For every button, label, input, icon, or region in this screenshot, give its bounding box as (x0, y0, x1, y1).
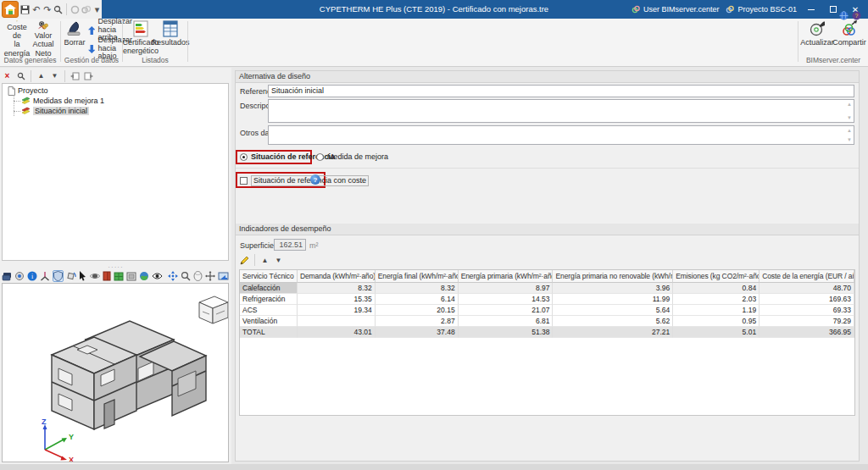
collapse-branch-icon[interactable] (70, 70, 81, 81)
design-alternative-panel: Alternativa de diseño Referencia Situaci… (235, 70, 860, 462)
visibility-icon[interactable] (152, 270, 163, 282)
radio-medida-mejora[interactable]: Medida de mejora (316, 152, 388, 161)
zoom-extents-icon[interactable] (168, 270, 178, 282)
column-header[interactable]: Energía primaria (kWh/m²·año) (459, 270, 554, 283)
save-icon[interactable] (20, 3, 30, 15)
quick-access-toolbar: ↶ ↷ ▾ (0, 0, 102, 19)
windows-icon[interactable] (114, 270, 124, 282)
toolbar-overflow-icon[interactable]: ▾ (92, 3, 102, 15)
tree-toolbar: × ▲ ▼ (2, 69, 94, 82)
section-header-alternativa: Alternativa de diseño (236, 71, 859, 83)
delete-icon (66, 20, 83, 37)
scroll-down-icon[interactable]: ▼ (847, 115, 852, 120)
initial-situation-icon (21, 107, 31, 115)
actualizar-button[interactable]: Actualizar (802, 20, 832, 58)
panel-splitter[interactable]: ····· (0, 263, 231, 269)
textures-icon[interactable] (139, 270, 149, 282)
previous-view-icon[interactable] (218, 270, 229, 282)
tree-item-situacion-inicial[interactable]: Situación inicial (3, 106, 228, 116)
axis-z-label: Z (42, 417, 47, 426)
section-header-indicadores: Indicadores de desempeño (236, 224, 859, 235)
minimize-button[interactable] (804, 3, 819, 16)
referencia-input[interactable]: Situación inicial (268, 85, 854, 97)
checkbox-situacion-coste[interactable]: Situación de referencia con coste (240, 175, 369, 186)
app-logo-icon (3, 3, 17, 15)
coste-energia-button[interactable]: Coste de la energía (3, 20, 31, 58)
doors-icon[interactable] (103, 270, 111, 282)
project-tree: Proyecto Medidas de mejora 1 Situación i… (2, 83, 229, 261)
radio-on-icon (240, 153, 248, 161)
move-down-icon (88, 44, 95, 54)
column-header[interactable]: Emisiones (kg CO2/m²·año) (673, 270, 760, 283)
viewport-toolbar: i (2, 269, 229, 283)
move-item-up-icon[interactable]: ▲ (36, 70, 47, 81)
expand-branch-icon[interactable] (83, 70, 94, 81)
bimserver-project[interactable]: Proyecto BSC-01 (726, 5, 797, 14)
pan-icon[interactable] (205, 270, 215, 282)
table-row[interactable]: Ventilación 2.87 6.81 5.62 0.95 79.29 (240, 316, 854, 327)
tree-search-icon[interactable] (15, 70, 26, 81)
resultados-button[interactable]: Resultados (156, 20, 185, 58)
compartir-button[interactable]: Compartir (834, 20, 865, 58)
descripcion-textarea[interactable]: ▲ ▼ (268, 99, 854, 123)
help-button[interactable]: ? (310, 174, 320, 185)
energy-certificate-icon (132, 20, 149, 37)
axes-icon[interactable] (40, 270, 50, 282)
column-header[interactable]: Demanda (kWh/m²·año) (298, 270, 376, 283)
tree-item-proyecto[interactable]: Proyecto (3, 86, 228, 96)
select-pointer-icon[interactable] (79, 270, 87, 282)
undo-icon[interactable]: ↶ (31, 3, 41, 15)
web-icon[interactable] (839, 11, 849, 20)
rotate-model-icon[interactable] (66, 270, 76, 282)
shadows-icon[interactable] (53, 270, 64, 282)
group-label-gestion-datos: Gestión de datos (61, 56, 122, 64)
column-header[interactable]: Coste de la energía (EUR / año) (760, 270, 854, 283)
scroll-up-icon[interactable]: ▲ (847, 128, 852, 133)
edit-icon[interactable] (239, 255, 250, 266)
zoom-window-icon[interactable] (181, 270, 191, 282)
ribbon-separator (187, 21, 188, 62)
delete-item-icon[interactable]: × (2, 70, 13, 81)
otros-datos-textarea[interactable]: ▲ ▼ (268, 125, 854, 145)
project-tree-panel: × ▲ ▼ Proyecto Medidas de (0, 68, 231, 464)
model-viewport-3d[interactable]: Z Y X (2, 283, 229, 462)
ribbon: Coste de la energía Valor Actual Neto Bo… (0, 19, 868, 67)
row-down-icon[interactable]: ▼ (273, 255, 284, 266)
column-header[interactable]: Energía primaria no renovable (kWh/m²·añ… (553, 270, 673, 283)
redo-icon[interactable]: ↷ (42, 3, 52, 15)
superficie-util-input: 162.51 (274, 239, 306, 251)
column-header[interactable]: Energía final (kWh/m²·año) (376, 270, 459, 283)
row-up-icon[interactable]: ▲ (259, 255, 270, 266)
borrar-button[interactable]: Borrar (63, 20, 86, 58)
valor-actual-neto-button[interactable]: Valor Actual Neto (29, 20, 58, 58)
openings-icon[interactable] (126, 270, 136, 282)
references-icon[interactable] (14, 270, 25, 282)
bimserver-user[interactable]: User BIMserver.center (632, 5, 720, 14)
search-icon[interactable] (53, 3, 63, 15)
share-icon (841, 20, 858, 37)
groups-icon[interactable] (2, 270, 12, 282)
status-strip (0, 464, 868, 470)
orbit-free-icon[interactable] (193, 270, 203, 282)
table-row[interactable]: Refrigeración 15.35 6.14 14.53 11.99 2.0… (240, 294, 854, 305)
column-header[interactable]: Servicio Técnico (240, 270, 298, 283)
scroll-down-icon[interactable]: ▼ (847, 137, 852, 142)
app-menu-button[interactable] (2, 1, 19, 18)
orbit-icon[interactable] (90, 270, 100, 282)
energy-cost-icon (8, 20, 25, 22)
view-cube (199, 296, 228, 323)
bimserver-user-icon (632, 5, 640, 14)
scroll-up-icon[interactable]: ▲ (847, 102, 852, 107)
move-item-down-icon[interactable]: ▼ (49, 70, 60, 81)
axis-y-label: Y (69, 433, 74, 441)
tree-item-medidas-mejora[interactable]: Medidas de mejora 1 (3, 96, 228, 106)
table-row[interactable]: ACS 19.34 20.15 21.07 5.64 1.19 69.33 (240, 305, 854, 316)
divider (236, 168, 859, 169)
application-window: CYPETHERM HE Plus (CTE 2019) - Certifica… (0, 0, 868, 470)
building-model-3d: Z Y X (3, 284, 228, 462)
table-row-total[interactable]: TOTAL 43.01 37.48 51.38 27.21 5.01 366.9… (240, 327, 854, 338)
table-row[interactable]: Calefacción 8.32 8.32 8.97 3.96 0.84 48.… (240, 283, 854, 294)
info-icon[interactable]: i (27, 270, 37, 282)
title-bar: CYPETHERM HE Plus (CTE 2019) - Certifica… (0, 0, 868, 19)
help-icon[interactable]: ? (852, 11, 861, 20)
